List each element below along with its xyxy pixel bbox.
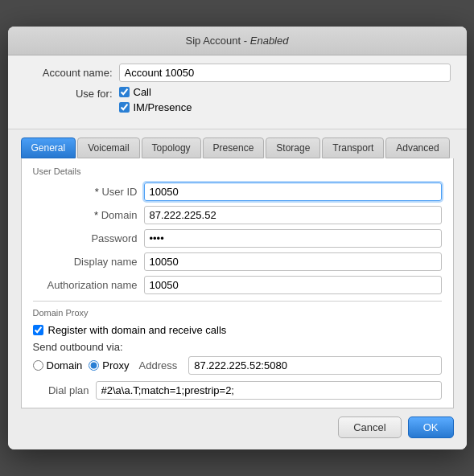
main-content: User Details User ID Domain Password Dis… xyxy=(21,158,454,408)
call-checkbox[interactable] xyxy=(119,87,130,97)
proxy-radio-item: Proxy xyxy=(89,359,129,371)
display-name-row: Display name xyxy=(33,252,442,271)
call-label: Call xyxy=(134,86,151,98)
divider xyxy=(33,301,442,302)
user-id-input[interactable] xyxy=(144,183,442,201)
im-presence-checkbox[interactable] xyxy=(119,102,130,113)
call-checkbox-item: Call xyxy=(119,86,192,98)
tab-general[interactable]: General xyxy=(21,137,76,158)
footer: Cancel OK xyxy=(8,408,467,449)
domain-label: Domain xyxy=(33,209,138,221)
tab-transport[interactable]: Transport xyxy=(322,137,384,158)
tab-presence[interactable]: Presence xyxy=(203,137,265,158)
domain-radio-label: Domain xyxy=(47,359,83,371)
im-presence-label: IM/Presence xyxy=(134,101,192,113)
display-name-label: Display name xyxy=(33,256,138,268)
dialog-status: Enabled xyxy=(250,35,289,47)
account-name-input[interactable] xyxy=(119,64,451,82)
use-for-label: Use for: xyxy=(24,86,113,100)
proxy-radio-label: Proxy xyxy=(102,359,129,371)
user-id-row: User ID xyxy=(33,183,442,201)
password-row: Password xyxy=(33,229,442,248)
address-input[interactable] xyxy=(188,356,441,375)
tab-topology[interactable]: Topology xyxy=(142,137,201,158)
address-label: Address xyxy=(139,359,178,371)
domain-row: Domain xyxy=(33,206,442,224)
cancel-button[interactable]: Cancel xyxy=(338,416,401,438)
domain-radio[interactable] xyxy=(33,360,43,371)
send-outbound-label: Send outbound via: xyxy=(33,341,442,353)
dial-plan-label: Dial plan xyxy=(33,384,89,396)
domain-proxy-header: Domain Proxy xyxy=(33,308,442,318)
domain-radio-item: Domain xyxy=(33,359,83,371)
auth-name-row: Authorization name xyxy=(33,276,442,294)
register-checkbox[interactable] xyxy=(33,325,43,335)
sip-account-dialog: Sip Account - Enabled Account name: Use … xyxy=(8,27,467,449)
password-label: Password xyxy=(33,232,138,244)
tab-storage[interactable]: Storage xyxy=(266,137,320,158)
dial-plan-row: Dial plan xyxy=(33,381,442,400)
tabs-bar: General Voicemail Topology Presence Stor… xyxy=(21,137,454,158)
header-section: Account name: Use for: Call IM/Presence xyxy=(8,55,467,129)
tabs-section: General Voicemail Topology Presence Stor… xyxy=(8,129,467,158)
password-input[interactable] xyxy=(144,229,442,248)
ok-button[interactable]: OK xyxy=(408,416,454,438)
register-label: Register with domain and receive calls xyxy=(48,324,227,336)
use-for-group: Call IM/Presence xyxy=(119,86,192,113)
tab-advanced[interactable]: Advanced xyxy=(385,137,449,158)
register-row: Register with domain and receive calls xyxy=(33,324,442,336)
dial-plan-input[interactable] xyxy=(96,381,442,400)
auth-name-input[interactable] xyxy=(144,276,442,294)
domain-input[interactable] xyxy=(144,206,442,224)
use-for-row: Use for: Call IM/Presence xyxy=(24,86,451,113)
outbound-radio-row: Domain Proxy Address xyxy=(33,356,442,375)
account-name-label: Account name: xyxy=(24,67,113,79)
dialog-title: Sip Account - xyxy=(186,35,248,47)
tab-voicemail[interactable]: Voicemail xyxy=(77,137,139,158)
im-checkbox-item: IM/Presence xyxy=(119,101,192,113)
title-bar: Sip Account - Enabled xyxy=(8,27,467,55)
proxy-radio[interactable] xyxy=(89,360,99,371)
account-name-row: Account name: xyxy=(24,64,451,82)
user-details-header: User Details xyxy=(33,166,442,176)
user-id-label: User ID xyxy=(33,186,138,198)
display-name-input[interactable] xyxy=(144,252,442,271)
auth-name-label: Authorization name xyxy=(33,279,138,291)
